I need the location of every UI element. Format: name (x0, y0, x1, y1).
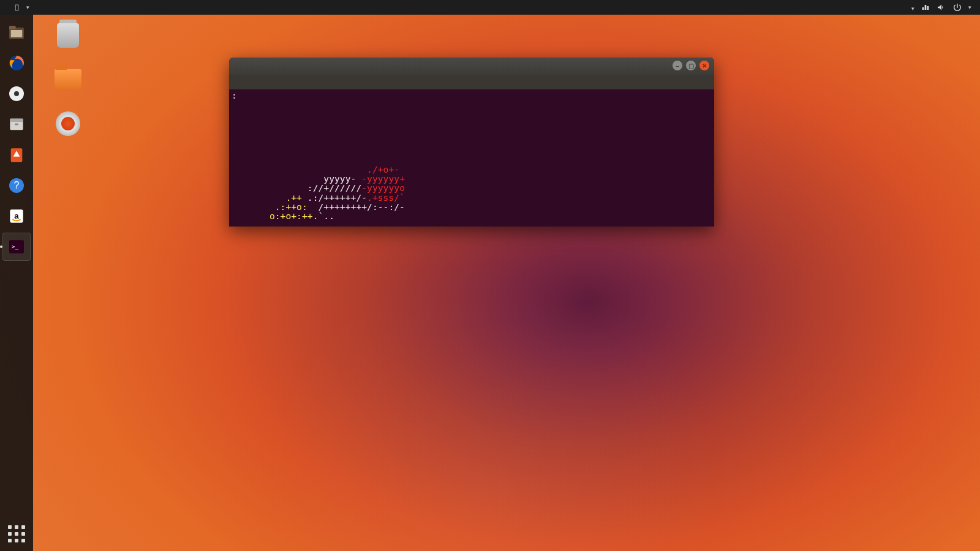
folder-icon (55, 69, 81, 90)
dock: ? a >_ (0, 15, 33, 551)
terminal-mini-icon: ⌷ (15, 3, 19, 12)
trash-icon (57, 23, 79, 48)
svg-rect-8 (15, 124, 18, 126)
network-icon[interactable] (921, 2, 930, 12)
terminal-window: – ▢ ✕ : ./+o+- yyyyy- -yyyyyy+ ://+/////… (229, 58, 714, 227)
launcher-firefox[interactable] (2, 49, 31, 77)
svg-rect-2 (11, 30, 23, 37)
titlebar[interactable]: – ▢ ✕ (229, 58, 714, 75)
top-panel: ⌷ ▾ ▾ ▾ (0, 0, 980, 15)
launcher-amazon[interactable]: a (2, 202, 31, 230)
close-button[interactable]: ✕ (699, 61, 709, 70)
chevron-down-icon: ▾ (911, 6, 914, 12)
desktop-icon-examples[interactable] (45, 65, 91, 97)
launcher-software[interactable] (2, 141, 31, 169)
svg-point-5 (14, 91, 19, 96)
desktop-icons (45, 21, 91, 141)
launcher-rhythmbox[interactable] (2, 80, 31, 108)
volume-icon[interactable] (937, 2, 946, 12)
disc-icon (56, 111, 80, 136)
chevron-down-icon: ▾ (968, 4, 971, 10)
wallpaper-accent (214, 214, 766, 551)
launcher-nautilus[interactable] (2, 18, 31, 47)
show-apps-button[interactable] (8, 525, 25, 542)
chevron-down-icon: ▾ (26, 4, 29, 10)
running-indicator-icon (0, 246, 2, 248)
svg-rect-7 (10, 119, 23, 122)
maximize-button[interactable]: ▢ (686, 61, 696, 70)
svg-text:?: ? (14, 180, 20, 190)
launcher-archive[interactable] (2, 110, 31, 138)
svg-text:>_: >_ (12, 243, 19, 250)
minimize-button[interactable]: – (673, 61, 682, 70)
terminal-body[interactable]: : ./+o+- yyyyy- -yyyyyy+ ://+//////-yyyy… (229, 89, 714, 227)
launcher-terminal[interactable]: >_ (2, 233, 31, 261)
keyboard-indicator[interactable]: ▾ (911, 3, 914, 12)
svg-rect-1 (9, 26, 16, 29)
svg-text:a: a (14, 211, 19, 220)
desktop-icon-installer[interactable] (45, 109, 91, 141)
desktop-icon-trash[interactable] (45, 21, 91, 53)
menubar (229, 75, 714, 89)
launcher-help[interactable]: ? (2, 171, 31, 200)
power-icon[interactable] (952, 2, 962, 12)
app-menu[interactable]: ⌷ ▾ (15, 3, 29, 12)
